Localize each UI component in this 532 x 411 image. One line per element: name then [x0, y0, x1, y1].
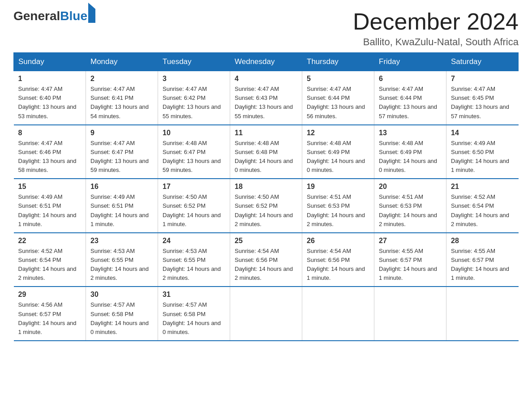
- day-number: 12: [307, 129, 369, 137]
- calendar-cell: 27 Sunrise: 4:55 AM Sunset: 6:57 PM Dayl…: [374, 233, 446, 287]
- day-number: 30: [90, 291, 153, 299]
- day-number: 18: [235, 183, 297, 191]
- day-info: Sunrise: 4:51 AM Sunset: 6:53 PM Dayligh…: [307, 193, 369, 229]
- logo: General Blue: [13, 9, 95, 23]
- calendar-week-row: 22 Sunrise: 4:52 AM Sunset: 6:54 PM Dayl…: [14, 233, 519, 287]
- day-number: 15: [18, 183, 82, 191]
- calendar-cell: 26 Sunrise: 4:54 AM Sunset: 6:56 PM Dayl…: [302, 233, 374, 287]
- col-saturday: Saturday: [446, 53, 519, 71]
- location-subtitle: Ballito, KwaZulu-Natal, South Africa: [353, 36, 519, 48]
- calendar-cell: 15 Sunrise: 4:49 AM Sunset: 6:51 PM Dayl…: [14, 179, 86, 233]
- day-number: 19: [307, 183, 369, 191]
- day-info: Sunrise: 4:47 AM Sunset: 6:42 PM Dayligh…: [163, 85, 225, 121]
- day-info: Sunrise: 4:56 AM Sunset: 6:57 PM Dayligh…: [18, 300, 82, 337]
- weekday-header-row: Sunday Monday Tuesday Wednesday Thursday…: [14, 53, 519, 71]
- day-number: 29: [18, 291, 82, 299]
- calendar-cell: 28 Sunrise: 4:55 AM Sunset: 6:57 PM Dayl…: [446, 233, 519, 287]
- calendar-body: 1 Sunrise: 4:47 AM Sunset: 6:40 PM Dayli…: [14, 71, 519, 341]
- col-wednesday: Wednesday: [230, 53, 302, 71]
- page-header: General Blue December 2024 Ballito, KwaZ…: [13, 9, 519, 48]
- day-number: 14: [451, 129, 514, 137]
- calendar-cell: 12 Sunrise: 4:48 AM Sunset: 6:49 PM Dayl…: [302, 125, 374, 179]
- calendar-cell: 25 Sunrise: 4:54 AM Sunset: 6:56 PM Dayl…: [230, 233, 302, 287]
- day-info: Sunrise: 4:50 AM Sunset: 6:52 PM Dayligh…: [235, 193, 297, 229]
- title-section: December 2024 Ballito, KwaZulu-Natal, So…: [353, 9, 519, 48]
- day-info: Sunrise: 4:47 AM Sunset: 6:40 PM Dayligh…: [18, 85, 82, 121]
- calendar-cell: 18 Sunrise: 4:50 AM Sunset: 6:52 PM Dayl…: [230, 179, 302, 233]
- calendar-cell: 31 Sunrise: 4:57 AM Sunset: 6:58 PM Dayl…: [158, 287, 230, 341]
- day-info: Sunrise: 4:48 AM Sunset: 6:49 PM Dayligh…: [307, 139, 369, 175]
- calendar-cell: 19 Sunrise: 4:51 AM Sunset: 6:53 PM Dayl…: [302, 179, 374, 233]
- day-number: 31: [163, 291, 225, 299]
- day-info: Sunrise: 4:49 AM Sunset: 6:51 PM Dayligh…: [90, 193, 153, 229]
- day-number: 20: [379, 183, 442, 191]
- day-info: Sunrise: 4:52 AM Sunset: 6:54 PM Dayligh…: [18, 247, 82, 283]
- logo-block: General Blue: [13, 9, 95, 23]
- calendar-cell: 10 Sunrise: 4:48 AM Sunset: 6:47 PM Dayl…: [158, 125, 230, 179]
- col-tuesday: Tuesday: [158, 53, 230, 71]
- calendar-cell: [230, 287, 302, 341]
- day-number: 9: [90, 129, 153, 137]
- day-info: Sunrise: 4:47 AM Sunset: 6:44 PM Dayligh…: [379, 85, 442, 121]
- day-info: Sunrise: 4:54 AM Sunset: 6:56 PM Dayligh…: [235, 247, 297, 283]
- day-info: Sunrise: 4:53 AM Sunset: 6:55 PM Dayligh…: [90, 247, 153, 283]
- calendar-cell: 14 Sunrise: 4:49 AM Sunset: 6:50 PM Dayl…: [446, 125, 519, 179]
- calendar-cell: 6 Sunrise: 4:47 AM Sunset: 6:44 PM Dayli…: [374, 71, 446, 125]
- calendar-cell: 23 Sunrise: 4:53 AM Sunset: 6:55 PM Dayl…: [86, 233, 158, 287]
- calendar-week-row: 29 Sunrise: 4:56 AM Sunset: 6:57 PM Dayl…: [14, 287, 519, 341]
- day-number: 13: [379, 129, 442, 137]
- day-number: 26: [307, 237, 369, 245]
- day-info: Sunrise: 4:53 AM Sunset: 6:55 PM Dayligh…: [163, 247, 225, 283]
- calendar-header: Sunday Monday Tuesday Wednesday Thursday…: [14, 53, 519, 71]
- calendar-week-row: 8 Sunrise: 4:47 AM Sunset: 6:46 PM Dayli…: [14, 125, 519, 179]
- calendar-cell: 29 Sunrise: 4:56 AM Sunset: 6:57 PM Dayl…: [14, 287, 86, 341]
- day-info: Sunrise: 4:52 AM Sunset: 6:54 PM Dayligh…: [451, 193, 514, 229]
- calendar-cell: 9 Sunrise: 4:47 AM Sunset: 6:47 PM Dayli…: [86, 125, 158, 179]
- calendar-cell: 16 Sunrise: 4:49 AM Sunset: 6:51 PM Dayl…: [86, 179, 158, 233]
- col-sunday: Sunday: [14, 53, 86, 71]
- calendar-cell: 30 Sunrise: 4:57 AM Sunset: 6:58 PM Dayl…: [86, 287, 158, 341]
- day-info: Sunrise: 4:50 AM Sunset: 6:52 PM Dayligh…: [163, 193, 225, 229]
- day-number: 1: [18, 75, 82, 83]
- calendar-week-row: 1 Sunrise: 4:47 AM Sunset: 6:40 PM Dayli…: [14, 71, 519, 125]
- day-number: 8: [18, 129, 82, 137]
- day-info: Sunrise: 4:57 AM Sunset: 6:58 PM Dayligh…: [163, 300, 225, 337]
- day-number: 23: [90, 237, 153, 245]
- col-friday: Friday: [374, 53, 446, 71]
- calendar-cell: 3 Sunrise: 4:47 AM Sunset: 6:42 PM Dayli…: [158, 71, 230, 125]
- day-number: 24: [163, 237, 225, 245]
- day-info: Sunrise: 4:54 AM Sunset: 6:56 PM Dayligh…: [307, 247, 369, 283]
- day-info: Sunrise: 4:57 AM Sunset: 6:58 PM Dayligh…: [90, 300, 153, 337]
- calendar-cell: 2 Sunrise: 4:47 AM Sunset: 6:41 PM Dayli…: [86, 71, 158, 125]
- day-info: Sunrise: 4:49 AM Sunset: 6:51 PM Dayligh…: [18, 193, 82, 229]
- calendar-cell: 8 Sunrise: 4:47 AM Sunset: 6:46 PM Dayli…: [14, 125, 86, 179]
- calendar-cell: 4 Sunrise: 4:47 AM Sunset: 6:43 PM Dayli…: [230, 71, 302, 125]
- day-number: 5: [307, 75, 369, 83]
- calendar-table: Sunday Monday Tuesday Wednesday Thursday…: [13, 52, 519, 341]
- calendar-cell: 5 Sunrise: 4:47 AM Sunset: 6:44 PM Dayli…: [302, 71, 374, 125]
- day-number: 7: [451, 75, 514, 83]
- day-number: 25: [235, 237, 297, 245]
- day-info: Sunrise: 4:55 AM Sunset: 6:57 PM Dayligh…: [451, 247, 514, 283]
- day-number: 21: [451, 183, 514, 191]
- day-info: Sunrise: 4:48 AM Sunset: 6:47 PM Dayligh…: [163, 139, 225, 175]
- calendar-cell: 21 Sunrise: 4:52 AM Sunset: 6:54 PM Dayl…: [446, 179, 519, 233]
- day-info: Sunrise: 4:47 AM Sunset: 6:41 PM Dayligh…: [90, 85, 153, 121]
- day-number: 6: [379, 75, 442, 83]
- day-number: 16: [90, 183, 153, 191]
- day-number: 27: [379, 237, 442, 245]
- day-info: Sunrise: 4:47 AM Sunset: 6:44 PM Dayligh…: [307, 85, 369, 121]
- day-number: 2: [90, 75, 153, 83]
- day-info: Sunrise: 4:47 AM Sunset: 6:46 PM Dayligh…: [18, 139, 82, 175]
- calendar-cell: 11 Sunrise: 4:48 AM Sunset: 6:48 PM Dayl…: [230, 125, 302, 179]
- calendar-cell: 13 Sunrise: 4:48 AM Sunset: 6:49 PM Dayl…: [374, 125, 446, 179]
- month-title: December 2024: [353, 9, 519, 34]
- calendar-cell: [374, 287, 446, 341]
- calendar-cell: [302, 287, 374, 341]
- day-number: 28: [451, 237, 514, 245]
- day-info: Sunrise: 4:49 AM Sunset: 6:50 PM Dayligh…: [451, 139, 514, 175]
- col-monday: Monday: [86, 53, 158, 71]
- day-info: Sunrise: 4:48 AM Sunset: 6:48 PM Dayligh…: [235, 139, 297, 175]
- day-info: Sunrise: 4:55 AM Sunset: 6:57 PM Dayligh…: [379, 247, 442, 283]
- day-info: Sunrise: 4:47 AM Sunset: 6:47 PM Dayligh…: [90, 139, 153, 175]
